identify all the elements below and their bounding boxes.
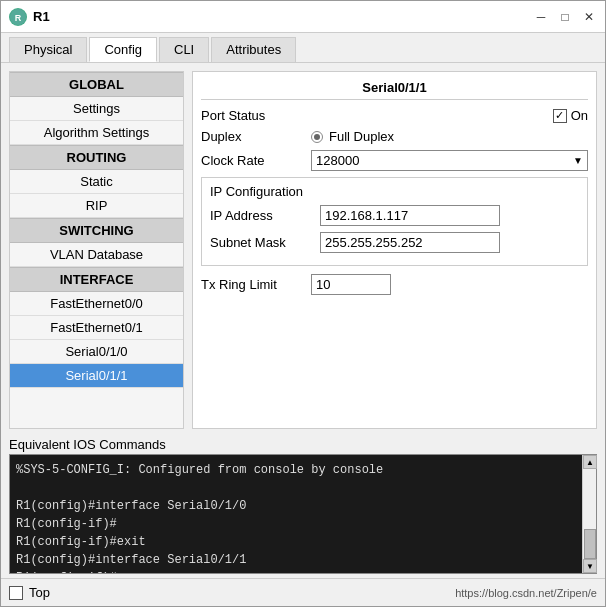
clock-rate-arrow-icon: ▼ [573, 155, 583, 166]
clock-rate-row: Clock Rate 128000 ▼ [201, 150, 588, 171]
sidebar-item-algorithm-settings[interactable]: Algorithm Settings [10, 121, 183, 145]
top-checkbox[interactable]: Top [9, 585, 50, 600]
ios-label: Equivalent IOS Commands [9, 437, 597, 452]
duplex-radio-circle[interactable] [311, 131, 323, 143]
interface-title: Serial0/1/1 [201, 80, 588, 100]
interface-box: Serial0/1/1 Port Status ✓ On Duplex Full… [192, 71, 597, 429]
ip-address-input[interactable] [320, 205, 500, 226]
ios-console-container: %SYS-5-CONFIG_I: Configured from console… [9, 454, 597, 574]
sidebar-item-vlan-database[interactable]: VLAN Database [10, 243, 183, 267]
sidebar-group-switching: SWITCHING [10, 218, 183, 243]
clock-rate-select[interactable]: 128000 ▼ [311, 150, 588, 171]
main-window: R R1 ─ □ ✕ Physical Config CLI Attribute… [0, 0, 606, 607]
port-status-label: Port Status [201, 108, 311, 123]
tx-ring-limit-row: Tx Ring Limit [201, 274, 588, 295]
clock-rate-label: Clock Rate [201, 153, 311, 168]
sidebar-item-fastethernet00[interactable]: FastEthernet0/0 [10, 292, 183, 316]
ios-console-text: %SYS-5-CONFIG_I: Configured from console… [10, 455, 582, 573]
scroll-up-arrow-icon[interactable]: ▲ [583, 455, 597, 469]
top-label: Top [29, 585, 50, 600]
port-status-on-label: On [571, 108, 588, 123]
sidebar-item-serial011[interactable]: Serial0/1/1 [10, 364, 183, 388]
ip-config-section: IP Configuration IP Address Subnet Mask [201, 177, 588, 266]
tab-cli[interactable]: CLI [159, 37, 209, 62]
ip-address-label: IP Address [210, 208, 320, 223]
sidebar-group-interface: INTERFACE [10, 267, 183, 292]
duplex-row: Duplex Full Duplex [201, 129, 588, 144]
window-title: R1 [33, 9, 533, 24]
tx-ring-limit-input[interactable] [311, 274, 391, 295]
duplex-label: Duplex [201, 129, 311, 144]
port-status-checkbox-box[interactable]: ✓ [553, 109, 567, 123]
sidebar-group-global: GLOBAL [10, 72, 183, 97]
duplex-value: Full Duplex [329, 129, 394, 144]
sidebar-item-serial010[interactable]: Serial0/1/0 [10, 340, 183, 364]
maximize-button[interactable]: □ [557, 9, 573, 25]
window-controls: ─ □ ✕ [533, 9, 597, 25]
tx-ring-limit-label: Tx Ring Limit [201, 277, 311, 292]
clock-rate-value: 128000 [316, 153, 359, 168]
footer: Top https://blog.csdn.net/Zripen/e [1, 578, 605, 606]
tab-physical[interactable]: Physical [9, 37, 87, 62]
subnet-mask-row: Subnet Mask [210, 232, 579, 253]
port-status-checkbox[interactable]: ✓ On [553, 108, 588, 123]
tabs-bar: Physical Config CLI Attributes [1, 33, 605, 63]
subnet-mask-label: Subnet Mask [210, 235, 320, 250]
sidebar: GLOBAL Settings Algorithm Settings ROUTI… [9, 71, 184, 429]
ios-section: Equivalent IOS Commands %SYS-5-CONFIG_I:… [1, 437, 605, 574]
subnet-mask-input[interactable] [320, 232, 500, 253]
sidebar-item-fastethernet01[interactable]: FastEthernet0/1 [10, 316, 183, 340]
close-button[interactable]: ✕ [581, 9, 597, 25]
duplex-radio[interactable]: Full Duplex [311, 129, 394, 144]
scroll-track [583, 469, 596, 559]
tab-config[interactable]: Config [89, 37, 157, 62]
ip-config-title: IP Configuration [210, 184, 579, 199]
footer-link: https://blog.csdn.net/Zripen/e [455, 587, 597, 599]
main-content: GLOBAL Settings Algorithm Settings ROUTI… [1, 63, 605, 437]
ip-address-row: IP Address [210, 205, 579, 226]
sidebar-item-rip[interactable]: RIP [10, 194, 183, 218]
minimize-button[interactable]: ─ [533, 9, 549, 25]
scroll-down-arrow-icon[interactable]: ▼ [583, 559, 597, 573]
ios-scrollbar[interactable]: ▲ ▼ [582, 455, 596, 573]
tab-attributes[interactable]: Attributes [211, 37, 296, 62]
port-status-row: Port Status ✓ On [201, 108, 588, 123]
sidebar-item-settings[interactable]: Settings [10, 97, 183, 121]
scroll-thumb[interactable] [584, 529, 596, 559]
sidebar-group-routing: ROUTING [10, 145, 183, 170]
app-icon: R [9, 8, 27, 26]
sidebar-item-static[interactable]: Static [10, 170, 183, 194]
right-panel: Serial0/1/1 Port Status ✓ On Duplex Full… [192, 71, 597, 429]
title-bar: R R1 ─ □ ✕ [1, 1, 605, 33]
sidebar-scroll[interactable]: GLOBAL Settings Algorithm Settings ROUTI… [10, 72, 183, 428]
top-checkbox-box[interactable] [9, 586, 23, 600]
svg-text:R: R [15, 13, 22, 23]
